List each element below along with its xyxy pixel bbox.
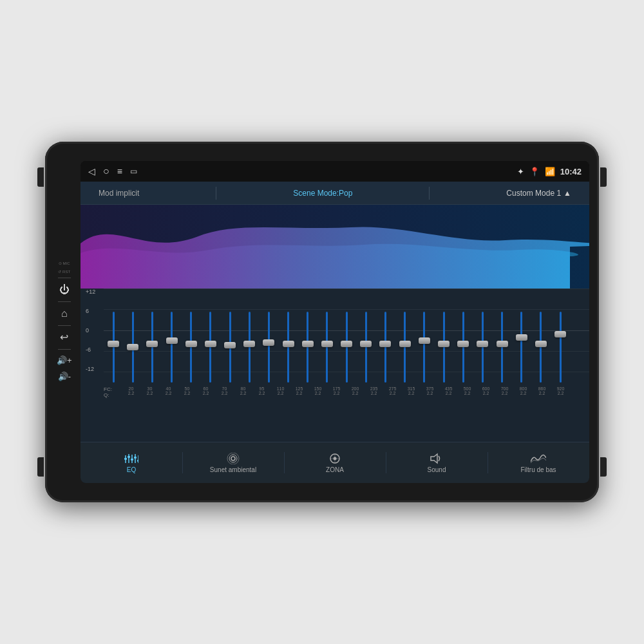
eq-tab-icon (124, 453, 138, 464)
slider-track-435[interactable] (443, 312, 445, 383)
slider-track-20[interactable] (113, 312, 115, 383)
sound-tab-icon (430, 453, 444, 464)
location-icon: 📍 (529, 167, 540, 176)
slider-thumb-70[interactable] (205, 341, 216, 347)
home-icon[interactable]: ⌂ (59, 306, 70, 321)
recent-nav-icon[interactable]: ▭ (130, 167, 137, 176)
mode-bar: Mod implicit Scene Mode:Pop Custom Mode … (80, 182, 589, 205)
home-nav-icon[interactable]: ○ (103, 166, 109, 177)
slider-track-200[interactable] (346, 312, 348, 383)
slider-thumb-315[interactable] (399, 341, 411, 347)
ambient-tab-icon (226, 453, 240, 464)
slider-thumb-175[interactable] (321, 341, 333, 347)
slider-thumb-50[interactable] (166, 337, 178, 344)
slider-col-80 (220, 312, 240, 385)
slider-track-860[interactable] (540, 312, 542, 383)
slider-col-125 (279, 312, 298, 385)
slider-thumb-30[interactable] (127, 344, 138, 350)
nav-tab-ambient[interactable]: Sunet ambiental (182, 448, 284, 478)
slider-track-60[interactable] (190, 312, 192, 383)
back-icon[interactable]: ↩ (57, 330, 71, 345)
slider-track-700[interactable] (501, 312, 503, 383)
slider-track-110[interactable] (268, 312, 270, 383)
custom-mode[interactable]: Custom Mode 1 ▲ (498, 189, 579, 198)
slider-track-175[interactable] (326, 312, 328, 383)
slider-col-60 (182, 312, 201, 385)
slider-thumb-275[interactable] (379, 341, 391, 347)
slider-thumb-200[interactable] (341, 341, 352, 347)
slider-col-800 (512, 312, 531, 385)
slider-track-920[interactable] (560, 312, 562, 383)
bluetooth-icon: ✦ (517, 167, 524, 176)
mic-label: ⊙ MIC (59, 261, 70, 265)
slider-col-50 (162, 312, 182, 385)
slider-col-110 (259, 312, 278, 385)
slider-col-500 (453, 312, 473, 385)
power-icon[interactable]: ⏻ (57, 282, 72, 298)
slider-thumb-435[interactable] (438, 341, 450, 347)
eq-sliders-area: +12 6 0 -6 -12 (80, 289, 589, 392)
db-minus12: -12 (86, 366, 95, 372)
db-plus12: +12 (86, 289, 95, 295)
slider-thumb-600[interactable] (477, 341, 488, 347)
slider-col-200 (337, 312, 356, 385)
bass-tab-icon (531, 453, 546, 464)
menu-nav-icon[interactable]: ≡ (117, 166, 122, 176)
slider-track-315[interactable] (404, 312, 406, 383)
svg-point-12 (229, 455, 237, 462)
slider-col-70 (201, 312, 220, 385)
slider-col-275 (375, 312, 395, 385)
db-plus6: 6 (86, 308, 95, 314)
slider-col-40 (142, 312, 162, 385)
slider-thumb-80[interactable] (224, 342, 236, 348)
slider-track-70[interactable] (209, 312, 211, 383)
db-minus6: -6 (86, 346, 95, 353)
slider-thumb-125[interactable] (283, 341, 294, 347)
slider-thumb-800[interactable] (516, 334, 527, 341)
slider-thumb-40[interactable] (146, 341, 158, 347)
slider-col-315 (395, 312, 415, 385)
slider-thumb-500[interactable] (457, 341, 469, 347)
slider-thumb-110[interactable] (263, 339, 274, 346)
nav-tab-bass[interactable]: Filtru de bas (488, 448, 589, 478)
nav-tab-zona[interactable]: ZONA (284, 448, 386, 478)
nav-tab-sound[interactable]: Sound (386, 448, 488, 478)
eq-tab-label: EQ (127, 466, 136, 473)
slider-col-700 (492, 312, 511, 385)
slider-track-600[interactable] (482, 312, 484, 383)
bass-tab-label: Filtru de bas (520, 466, 556, 473)
slider-track-500[interactable] (462, 312, 464, 383)
slider-track-235[interactable] (365, 312, 367, 383)
vol-down-icon[interactable]: 🔊- (55, 370, 73, 383)
slider-track-30[interactable] (132, 312, 134, 383)
slider-thumb-60[interactable] (185, 341, 197, 347)
slider-track-80[interactable] (229, 312, 231, 383)
slider-track-95[interactable] (249, 312, 251, 383)
slider-track-375[interactable] (423, 312, 425, 383)
slider-track-800[interactable] (520, 312, 522, 383)
nav-tab-eq[interactable]: EQ (80, 448, 182, 478)
slider-container (104, 295, 570, 385)
slider-thumb-20[interactable] (108, 341, 119, 347)
svg-marker-18 (431, 454, 437, 463)
slider-track-40[interactable] (151, 312, 153, 383)
slider-thumb-700[interactable] (497, 341, 508, 347)
implicit-mode[interactable]: Mod implicit (91, 189, 147, 198)
zona-tab-icon (328, 453, 342, 464)
slider-col-435 (434, 312, 453, 385)
vol-up-icon[interactable]: 🔊+ (54, 354, 75, 367)
slider-track-275[interactable] (384, 312, 386, 383)
slider-thumb-920[interactable] (554, 331, 566, 337)
slider-thumb-235[interactable] (360, 341, 372, 347)
slider-track-50[interactable] (171, 312, 173, 383)
slider-col-235 (356, 312, 375, 385)
scene-mode[interactable]: Scene Mode:Pop (285, 189, 360, 198)
slider-track-150[interactable] (307, 312, 308, 383)
slider-thumb-95[interactable] (243, 341, 255, 347)
slider-track-125[interactable] (287, 312, 289, 383)
back-nav-icon[interactable]: ◁ (88, 166, 95, 176)
slider-thumb-375[interactable] (419, 337, 430, 344)
slider-thumb-860[interactable] (535, 341, 547, 347)
slider-thumb-150[interactable] (302, 341, 314, 347)
svg-rect-4 (128, 456, 130, 458)
